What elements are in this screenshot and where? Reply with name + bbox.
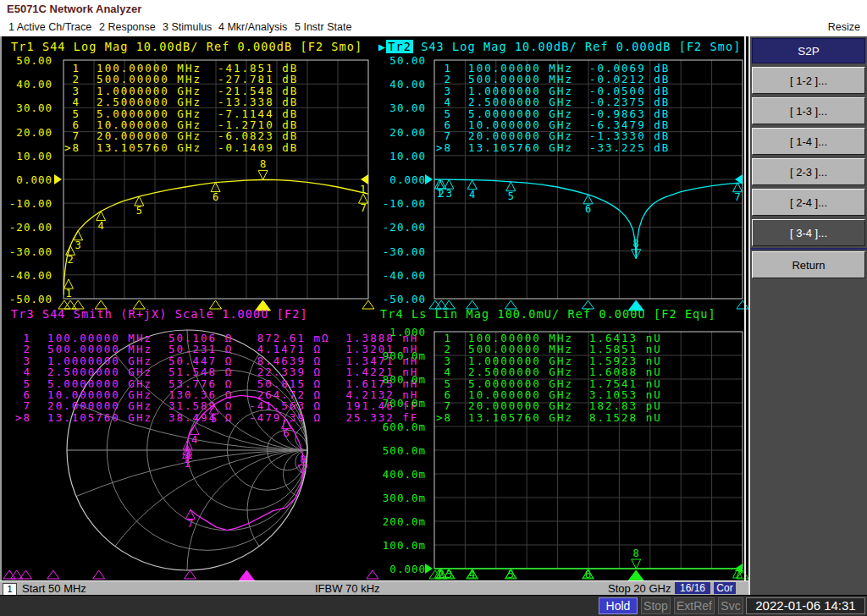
tr1-marker-row: 7 20.000000 GHz -6.0823 dB [64,130,298,141]
tr4-marker-row: >8 13.105760 GHz 8.1528 nU [436,412,662,423]
softkey-return[interactable]: Return [752,251,865,278]
app-window: E5071C Network Analyzer 1 Active Ch/Trac… [0,0,867,616]
tr2-y-tick: 10.00 [373,150,426,162]
tr2-y-tick: 30.00 [373,102,426,113]
svg-text:8: 8 [633,547,639,559]
tr1-y-tick: 30.00 [0,102,52,113]
menu-active-ch-trace[interactable]: 1 Active Ch/Trace [8,21,91,33]
tr4-y-tick: 300.0m [373,492,426,503]
tr1-y-tick: 10.00 [0,150,52,162]
tr3-marker-row: 4 2.5000000 GHz 51.548 Ω 22.339 Ω 1.4221… [15,366,418,377]
channel-number-badge: 1 [3,583,17,596]
tr2-name: Tr2 [386,40,413,53]
tr4-y-tick: 0.000 [373,563,426,575]
datetime-display: 2022-01-06 14:31 [746,597,865,614]
svg-text:6: 6 [283,427,289,439]
resize-button[interactable]: Resize [828,21,860,33]
softkey-1-4[interactable]: [ 1-4 ]... [752,128,865,155]
tr4-y-tick: 800.0m [373,373,426,385]
tr2-marker-row: 3 1.0000000 GHz -0.0500 dB [436,85,670,96]
tr4-marker-row: 1 100.00000 MHz 1.6413 nU [436,333,662,344]
stop-frequency-label[interactable]: Stop 20 GHz [608,582,671,595]
tr3-marker-row: 3 1.0000000 GHz 50.447 Ω 8.4639 Ω 1.3471… [15,355,418,366]
tr2-y-tick: -20.00 [373,221,426,233]
softkey-menu-title: S2P [752,38,865,63]
svg-text:8: 8 [300,454,306,465]
svg-text:4: 4 [469,189,475,201]
softkey-2-4[interactable]: [ 2-4 ]... [752,189,865,216]
menu-response[interactable]: 2 Response [99,21,156,33]
menu-stimulus[interactable]: 3 Stimulus [163,21,212,33]
softkey-1-2[interactable]: [ 1-2 ]... [752,67,865,94]
points-badge: 16/16 [675,582,710,594]
tr4-header-text: Ls Lin Mag 100.0mU/ Ref 0.000U [F2 Equ] [404,307,716,321]
svg-text:4: 4 [98,220,104,232]
tr4-y-tick: 100.0m [373,539,426,551]
tr2-marker-row: 2 500.00000 MHz -0.0212 dB [436,74,670,85]
svg-text:2: 2 [68,254,74,266]
tr1-marker-row: 4 2.5000000 GHz -13.338 dB [64,96,298,107]
softkey-1-3[interactable]: [ 1-3 ]... [752,97,865,124]
softkey-3-4[interactable]: [ 3-4 ]... [752,219,865,246]
tr2-header-text: S43 Log Mag 10.00dB/ Ref 0.000dB [F2 Smo… [413,40,742,53]
tr3-marker-table: 1 100.00000 MHz 50.106 Ω 872.61 mΩ 1.388… [15,333,418,423]
lcd-screen: 12345678123456781234567812345678 Tr1 S44… [0,36,748,580]
tr1-marker-row: 2 500.00000 MHz -27.781 dB [64,74,298,85]
svg-text:5: 5 [508,190,514,202]
tr2-y-tick: 50.00 [373,54,426,66]
tr4-y-tick: 400.0m [373,468,426,480]
softkey-sidebar: S2P [ 1-2 ]...[ 1-3 ]...[ 1-4 ]...[ 2-3 … [748,36,867,595]
tr1-y-tick: -20.00 [0,221,52,233]
tr2-y-tick: -40.00 [373,269,426,281]
tr2-marker-row: >8 13.105760 GHz -33.225 dB [436,142,670,153]
softkey-2-3[interactable]: [ 2-3 ]... [752,158,865,185]
tr4-y-tick: 200.0m [373,515,426,527]
svg-text:7: 7 [734,191,740,203]
ifbw-label[interactable]: IFBW 70 kHz [315,582,380,595]
tr1-y-tick: -40.00 [0,269,52,281]
svg-text:4: 4 [191,434,197,446]
tr4-y-tick: 900.0m [373,349,426,361]
window-title: E5071C Network Analyzer [7,3,141,15]
svg-text:8: 8 [260,158,266,170]
tr2-marker-table: 1 100.00000 MHz -0.0069 dB 2 500.00000 M… [436,63,670,153]
svg-text:3: 3 [446,188,452,200]
tr1-marker-row: >8 13.105760 GHz -0.1409 dB [64,142,298,153]
tr2-y-tick: -50.00 [373,293,426,305]
tr2-marker-row: 4 2.5000000 GHz -0.2375 dB [436,96,670,107]
tr1-y-tick: 0.000 [0,173,52,185]
svg-text:6: 6 [213,191,218,203]
tr3-marker-row: 7 20.000000 GHz 31.589 Ω -41.563 Ω 191.4… [15,400,418,411]
tr2-marker-row: 1 100.00000 MHz -0.0069 dB [436,63,670,74]
tr1-name: Tr1 [11,40,35,53]
window-left-border [0,36,2,580]
tr4-y-tick: 600.0m [373,421,426,432]
tr4-marker-row: 5 5.0000000 GHz 1.7541 nU [436,378,662,389]
tr1-y-tick: -30.00 [0,245,52,257]
tr4-y-tick: 1.000 [373,326,426,338]
stop-indicator: Stop [641,597,671,614]
hold-indicator: Hold [599,597,638,614]
svg-text:3: 3 [75,239,81,251]
tr1-marker-row: 3 1.0000000 GHz -21.548 dB [64,85,298,96]
tr1-marker-row: 1 100.00000 MHz -41.851 dB [64,63,298,74]
start-frequency-label[interactable]: Start 50 MHz [22,582,86,595]
tr2-y-tick: 20.00 [373,126,426,138]
svg-text:1: 1 [65,288,71,300]
menu-mkr-analysis[interactable]: 4 Mkr/Analysis [218,21,287,33]
tr3-marker-row: >8 13.105760 GHz 38.494 Ω -479.39 Ω 25.3… [15,412,418,423]
svg-text:5: 5 [136,205,142,217]
svg-text:3: 3 [185,448,191,460]
tr2-y-tick: 0.000 [373,173,426,185]
svg-text:8: 8 [633,238,639,250]
tr3-marker-row: 1 100.00000 MHz 50.106 Ω 872.61 mΩ 1.388… [15,333,418,344]
tr4-marker-row: 2 500.00000 MHz 1.5851 nU [436,344,662,355]
menu-instr-state[interactable]: 5 Instr State [295,21,351,33]
tr2-y-tick: -10.00 [373,197,426,209]
title-bar: E5071C Network Analyzer [0,0,867,19]
tr1-y-tick: -50.00 [0,293,52,305]
tr4-marker-table: 1 100.00000 MHz 1.6413 nU 2 500.00000 MH… [436,333,662,423]
correction-badge: Cor [714,582,736,594]
tr3-marker-row: 5 5.0000000 GHz 53.776 Ω 50.815 Ω 1.6175… [15,378,418,389]
tr2-marker-row: 6 10.000000 GHz -6.3479 dB [436,119,670,130]
